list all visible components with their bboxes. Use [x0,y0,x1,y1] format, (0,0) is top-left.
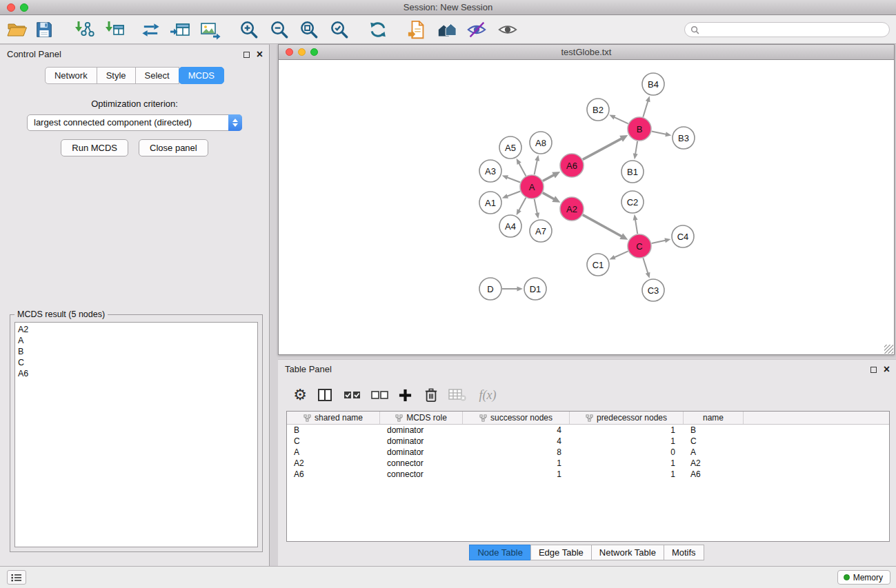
table-cell-predecessors[interactable]: 1 [570,425,684,436]
table-cell-name[interactable]: B [684,425,744,436]
graph-edge-A-A5[interactable] [519,163,526,176]
table-cell-mcds_role[interactable]: dominator [380,447,463,458]
table-cell-mcds_role[interactable]: connector [380,458,463,469]
graph-node-A4[interactable]: A4 [499,215,521,237]
open-session-button[interactable] [5,18,28,41]
graph-edge-A-A3[interactable] [506,177,520,183]
function-builder-button[interactable]: f(x) [477,384,499,406]
graph-edge-A-A8[interactable] [535,159,537,174]
criterion-dropdown[interactable]: largest connected component (directed) [27,114,242,131]
graph-edge-C-C4[interactable] [652,240,666,243]
graph-node-A8[interactable]: A8 [530,132,552,154]
zoom-in-button[interactable] [237,18,261,41]
column-header-mcds-role[interactable]: MCDS role [380,412,463,424]
graph-edge-A6-B[interactable] [583,139,622,160]
graph-node-C3[interactable]: C3 [642,279,664,301]
close-window-button[interactable] [7,3,15,12]
tab-select[interactable]: Select [135,67,179,84]
graph-node-C1[interactable]: C1 [587,254,609,276]
table-row[interactable]: A2connector11A2 [287,458,889,469]
import-table-disabled-button[interactable] [446,384,468,406]
table-cell-mcds_role[interactable]: dominator [380,436,463,447]
new-table-button[interactable] [168,18,192,41]
search-input[interactable] [703,25,884,34]
table-cell-name[interactable]: C [684,436,744,447]
table-cell-shared_name[interactable]: A2 [287,458,380,469]
graph-node-D1[interactable]: D1 [524,278,546,300]
graph-node-A3[interactable]: A3 [479,160,501,182]
table-cell-shared_name[interactable]: C [287,436,380,447]
mcds-result-item[interactable]: C [15,357,257,368]
graph-edge-C-C1[interactable] [614,251,628,257]
add-row-button[interactable] [394,384,416,406]
tab-network-table[interactable]: Network Table [591,545,664,560]
close-panel-icon[interactable]: × [257,49,263,60]
graph-node-A1[interactable]: A1 [479,192,501,214]
zoom-fit-button[interactable] [297,18,321,41]
table-cell-successors[interactable]: 8 [463,447,570,458]
delete-row-button[interactable] [420,384,442,406]
graph-node-B2[interactable]: B2 [587,99,609,121]
export-image-button[interactable] [198,18,221,41]
table-cell-shared_name[interactable]: B [287,425,380,436]
tab-network[interactable]: Network [45,67,97,84]
tab-style[interactable]: Style [97,67,136,84]
graph-edge-A2-C[interactable] [583,215,622,237]
show-graphics-details-button[interactable] [496,18,519,41]
window-titlebar[interactable]: Session: New Session [0,0,896,15]
graph-edge-B-B3[interactable] [652,132,667,134]
zoom-out-button[interactable] [268,18,291,41]
table-cell-name[interactable]: A2 [684,458,744,469]
run-mcds-button[interactable]: Run MCDS [61,139,128,156]
zoom-selected-button[interactable] [328,18,351,41]
show-all-networks-button[interactable] [435,18,459,41]
graph-node-C2[interactable]: C2 [621,191,644,213]
graph-node-A6[interactable]: A6 [560,154,584,177]
table-row[interactable]: Bdominator41B [287,425,889,436]
graph-node-B[interactable]: B [628,117,651,141]
graph-edge-B-B2[interactable] [614,117,628,124]
import-network-button[interactable] [72,18,95,41]
tab-mcds[interactable]: MCDS [179,67,224,84]
graph-edge-B-B1[interactable] [635,141,637,155]
mcds-result-item[interactable]: A6 [15,368,257,379]
table-cell-successors[interactable]: 1 [463,458,570,469]
table-row[interactable]: Adominator80A [287,447,889,458]
graph-edge-C-C2[interactable] [635,219,637,234]
column-header-shared-name[interactable]: shared name [287,412,380,424]
table-settings-button[interactable]: ⚙ [289,384,311,406]
graph-node-A[interactable]: A [520,175,544,199]
table-cell-mcds_role[interactable]: dominator [380,425,463,436]
mcds-result-item[interactable]: A [15,335,257,346]
float-table-panel-icon[interactable] [870,367,877,373]
mcds-result-item[interactable]: B [15,346,257,357]
zoom-window-button[interactable] [20,3,28,12]
network-graph[interactable]: B4B2BB3A5A8A6A3B1AA1C2A2A4A7CC4C1C3DD1 [279,60,894,354]
table-cell-successors[interactable]: 4 [463,436,570,447]
table-row[interactable]: A6connector11A6 [287,469,889,480]
network-minimize-button[interactable] [298,48,306,56]
column-header-successor-nodes[interactable]: successor nodes [463,412,570,424]
select-all-button[interactable] [341,384,364,406]
graph-edge-A-A2[interactable] [543,193,555,200]
graph-node-B3[interactable]: B3 [673,127,695,149]
swap-networks-button[interactable] [139,18,162,41]
network-canvas[interactable]: B4B2BB3A5A8A6A3B1AA1C2A2A4A7CC4C1C3DD1 [279,60,894,354]
table-cell-predecessors[interactable]: 0 [570,447,684,458]
float-panel-icon[interactable] [243,52,250,58]
tab-node-table[interactable]: Node Table [469,545,531,560]
graph-edge-A-A1[interactable] [506,191,520,196]
tab-edge-table[interactable]: Edge Table [530,545,592,560]
resize-grip-icon[interactable] [884,345,893,354]
table-cell-successors[interactable]: 1 [463,469,570,480]
task-history-button[interactable] [7,570,26,585]
graph-edge-B-B4[interactable] [643,101,648,117]
graph-node-D[interactable]: D [479,278,501,300]
table-cell-name[interactable]: A6 [684,469,744,480]
import-table-button[interactable] [103,18,126,41]
export-network-button[interactable] [406,18,429,41]
graph-node-A2[interactable]: A2 [560,197,584,221]
refresh-view-button[interactable] [366,18,390,41]
graph-node-A7[interactable]: A7 [530,220,552,242]
dropdown-stepper-icon[interactable] [228,114,242,131]
